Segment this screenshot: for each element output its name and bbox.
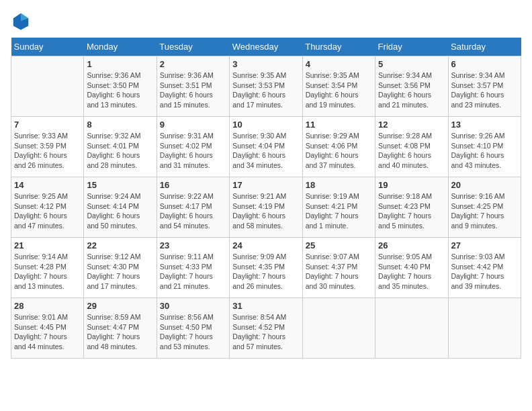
day-number: 1: [87, 59, 153, 69]
calendar-cell: 3Sunrise: 9:35 AM Sunset: 3:53 PM Daylig…: [230, 56, 302, 117]
day-number: 14: [14, 180, 81, 190]
day-number: 21: [14, 240, 81, 250]
calendar-cell: [302, 298, 375, 359]
day-info: Sunrise: 8:54 AM Sunset: 4:52 PM Dayligh…: [232, 312, 299, 352]
week-row-2: 7Sunrise: 9:33 AM Sunset: 3:59 PM Daylig…: [11, 117, 521, 177]
calendar-cell: 30Sunrise: 8:56 AM Sunset: 4:50 PM Dayli…: [157, 298, 229, 359]
calendar-cell: 22Sunrise: 9:12 AM Sunset: 4:30 PM Dayli…: [84, 238, 157, 298]
day-info: Sunrise: 9:35 AM Sunset: 3:54 PM Dayligh…: [306, 71, 372, 110]
calendar-cell: 18Sunrise: 9:19 AM Sunset: 4:21 PM Dayli…: [302, 177, 375, 238]
header-tuesday: Tuesday: [157, 38, 229, 56]
day-info: Sunrise: 9:35 AM Sunset: 3:53 PM Dayligh…: [232, 71, 299, 110]
day-info: Sunrise: 9:36 AM Sunset: 3:50 PM Dayligh…: [87, 71, 153, 110]
calendar-header-row: SundayMondayTuesdayWednesdayThursdayFrid…: [11, 38, 521, 56]
day-number: 8: [87, 120, 153, 130]
day-info: Sunrise: 9:14 AM Sunset: 4:28 PM Dayligh…: [14, 252, 81, 291]
header-monday: Monday: [84, 38, 157, 56]
day-number: 31: [232, 301, 299, 311]
calendar-table: SundayMondayTuesdayWednesdayThursdayFrid…: [11, 38, 521, 359]
day-number: 30: [160, 301, 226, 311]
calendar-cell: 17Sunrise: 9:21 AM Sunset: 4:19 PM Dayli…: [230, 177, 302, 238]
week-row-3: 14Sunrise: 9:25 AM Sunset: 4:12 PM Dayli…: [11, 177, 521, 238]
header-wednesday: Wednesday: [230, 38, 302, 56]
calendar-cell: 20Sunrise: 9:16 AM Sunset: 4:25 PM Dayli…: [448, 177, 521, 238]
day-info: Sunrise: 9:05 AM Sunset: 4:40 PM Dayligh…: [378, 252, 445, 291]
calendar-cell: 21Sunrise: 9:14 AM Sunset: 4:28 PM Dayli…: [11, 238, 84, 298]
calendar-cell: 8Sunrise: 9:32 AM Sunset: 4:01 PM Daylig…: [84, 117, 157, 177]
calendar-cell: 12Sunrise: 9:28 AM Sunset: 4:08 PM Dayli…: [375, 117, 448, 177]
calendar-cell: 31Sunrise: 8:54 AM Sunset: 4:52 PM Dayli…: [230, 298, 302, 359]
calendar-cell: [375, 298, 448, 359]
day-info: Sunrise: 8:59 AM Sunset: 4:47 PM Dayligh…: [87, 312, 153, 352]
day-info: Sunrise: 9:33 AM Sunset: 3:59 PM Dayligh…: [14, 131, 81, 171]
day-number: 23: [160, 240, 226, 250]
day-info: Sunrise: 9:22 AM Sunset: 4:17 PM Dayligh…: [160, 191, 226, 231]
day-number: 11: [306, 120, 372, 130]
header-sunday: Sunday: [11, 38, 84, 56]
day-info: Sunrise: 9:26 AM Sunset: 4:10 PM Dayligh…: [451, 131, 518, 171]
day-info: Sunrise: 9:11 AM Sunset: 4:33 PM Dayligh…: [160, 252, 226, 291]
day-number: 28: [14, 301, 81, 311]
calendar-cell: 29Sunrise: 8:59 AM Sunset: 4:47 PM Dayli…: [84, 298, 157, 359]
day-info: Sunrise: 9:01 AM Sunset: 4:45 PM Dayligh…: [14, 312, 81, 352]
day-info: Sunrise: 9:07 AM Sunset: 4:37 PM Dayligh…: [306, 252, 372, 291]
calendar-cell: 26Sunrise: 9:05 AM Sunset: 4:40 PM Dayli…: [375, 238, 448, 298]
day-number: 15: [87, 180, 153, 190]
calendar-cell: 16Sunrise: 9:22 AM Sunset: 4:17 PM Dayli…: [157, 177, 229, 238]
calendar-cell: 23Sunrise: 9:11 AM Sunset: 4:33 PM Dayli…: [157, 238, 229, 298]
day-info: Sunrise: 9:31 AM Sunset: 4:02 PM Dayligh…: [160, 131, 226, 171]
calendar-cell: 14Sunrise: 9:25 AM Sunset: 4:12 PM Dayli…: [11, 177, 84, 238]
day-info: Sunrise: 9:21 AM Sunset: 4:19 PM Dayligh…: [232, 191, 299, 231]
calendar-cell: 5Sunrise: 9:34 AM Sunset: 3:56 PM Daylig…: [375, 56, 448, 117]
day-number: 13: [451, 120, 518, 130]
day-info: Sunrise: 9:12 AM Sunset: 4:30 PM Dayligh…: [87, 252, 153, 291]
header-saturday: Saturday: [448, 38, 521, 56]
calendar-cell: 4Sunrise: 9:35 AM Sunset: 3:54 PM Daylig…: [302, 56, 375, 117]
logo-icon: [11, 11, 31, 31]
day-number: 25: [306, 240, 372, 250]
day-number: 10: [232, 120, 299, 130]
calendar-cell: 19Sunrise: 9:18 AM Sunset: 4:23 PM Dayli…: [375, 177, 448, 238]
day-number: 29: [87, 301, 153, 311]
week-row-5: 28Sunrise: 9:01 AM Sunset: 4:45 PM Dayli…: [11, 298, 521, 359]
day-number: 2: [160, 59, 226, 69]
day-info: Sunrise: 8:56 AM Sunset: 4:50 PM Dayligh…: [160, 312, 226, 352]
day-number: 5: [378, 59, 445, 69]
day-info: Sunrise: 9:19 AM Sunset: 4:21 PM Dayligh…: [306, 191, 372, 231]
calendar-cell: 25Sunrise: 9:07 AM Sunset: 4:37 PM Dayli…: [302, 238, 375, 298]
day-number: 4: [306, 59, 372, 69]
day-info: Sunrise: 9:34 AM Sunset: 3:56 PM Dayligh…: [378, 71, 445, 110]
week-row-1: 1Sunrise: 9:36 AM Sunset: 3:50 PM Daylig…: [11, 56, 521, 117]
calendar-cell: 11Sunrise: 9:29 AM Sunset: 4:06 PM Dayli…: [302, 117, 375, 177]
calendar-cell: 24Sunrise: 9:09 AM Sunset: 4:35 PM Dayli…: [230, 238, 302, 298]
header-friday: Friday: [375, 38, 448, 56]
day-number: 17: [232, 180, 299, 190]
day-info: Sunrise: 9:30 AM Sunset: 4:04 PM Dayligh…: [232, 131, 299, 171]
calendar-cell: 2Sunrise: 9:36 AM Sunset: 3:51 PM Daylig…: [157, 56, 229, 117]
day-info: Sunrise: 9:29 AM Sunset: 4:06 PM Dayligh…: [306, 131, 372, 171]
day-number: 24: [232, 240, 299, 250]
day-number: 18: [306, 180, 372, 190]
calendar-cell: 10Sunrise: 9:30 AM Sunset: 4:04 PM Dayli…: [230, 117, 302, 177]
calendar-cell: 9Sunrise: 9:31 AM Sunset: 4:02 PM Daylig…: [157, 117, 229, 177]
day-info: Sunrise: 9:25 AM Sunset: 4:12 PM Dayligh…: [14, 191, 81, 231]
day-number: 9: [160, 120, 226, 130]
day-info: Sunrise: 9:36 AM Sunset: 3:51 PM Dayligh…: [160, 71, 226, 110]
day-number: 22: [87, 240, 153, 250]
day-number: 6: [451, 59, 518, 69]
day-info: Sunrise: 9:24 AM Sunset: 4:14 PM Dayligh…: [87, 191, 153, 231]
calendar-cell: 1Sunrise: 9:36 AM Sunset: 3:50 PM Daylig…: [84, 56, 157, 117]
calendar-cell: 28Sunrise: 9:01 AM Sunset: 4:45 PM Dayli…: [11, 298, 84, 359]
calendar-cell: 15Sunrise: 9:24 AM Sunset: 4:14 PM Dayli…: [84, 177, 157, 238]
day-number: 7: [14, 120, 81, 130]
calendar-cell: 6Sunrise: 9:34 AM Sunset: 3:57 PM Daylig…: [448, 56, 521, 117]
calendar-cell: 13Sunrise: 9:26 AM Sunset: 4:10 PM Dayli…: [448, 117, 521, 177]
day-number: 16: [160, 180, 226, 190]
day-info: Sunrise: 9:34 AM Sunset: 3:57 PM Dayligh…: [451, 71, 518, 110]
day-info: Sunrise: 9:18 AM Sunset: 4:23 PM Dayligh…: [378, 191, 445, 231]
day-number: 20: [451, 180, 518, 190]
calendar-cell: 7Sunrise: 9:33 AM Sunset: 3:59 PM Daylig…: [11, 117, 84, 177]
day-number: 3: [232, 59, 299, 69]
day-info: Sunrise: 9:16 AM Sunset: 4:25 PM Dayligh…: [451, 191, 518, 231]
page-header: [11, 11, 521, 31]
